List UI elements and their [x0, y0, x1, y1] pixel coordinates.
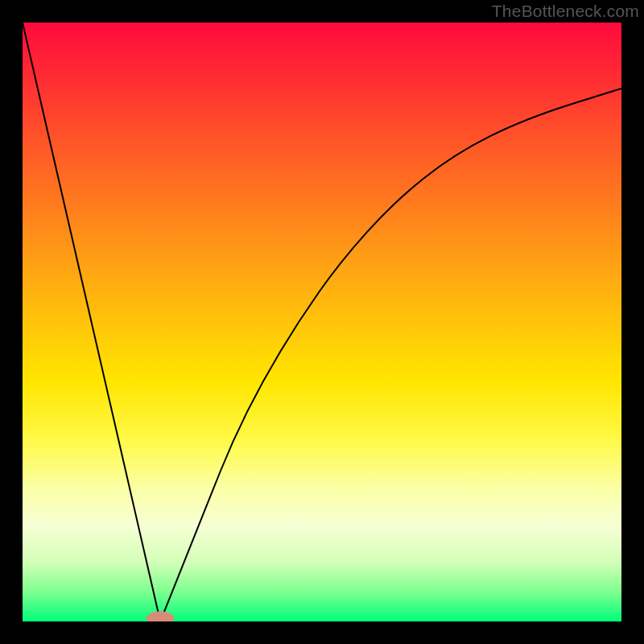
chart-frame: TheBottleneck.com	[0, 0, 644, 644]
curve-right-branch	[160, 89, 621, 621]
minimum-marker	[147, 611, 174, 621]
plot-area	[23, 23, 621, 621]
watermark-text: TheBottleneck.com	[492, 2, 639, 21]
chart-svg	[23, 23, 621, 621]
curve-left-branch	[23, 23, 160, 621]
